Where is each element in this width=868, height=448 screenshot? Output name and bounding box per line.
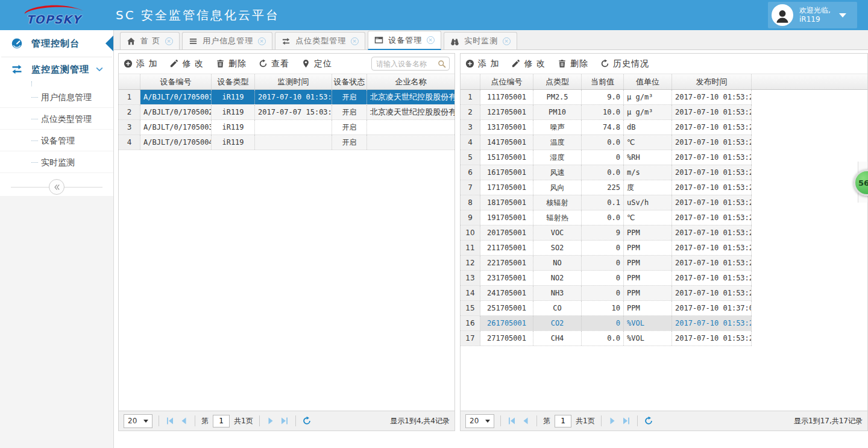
sidebar-item-realtime-monitoring[interactable]: 实时监测: [0, 151, 113, 173]
device-panel: 添 加修 改删除查看定位 设备编号设备类型监测时间设备状态企业名称1A/BJLT…: [118, 53, 455, 431]
device-delete-button[interactable]: 删除: [216, 58, 247, 69]
column-header[interactable]: 当前值: [582, 74, 624, 89]
table-row[interactable]: 10201705001VOC9PPM2017-07-10 01:53:22: [461, 226, 752, 241]
sidebar-item-admin-console[interactable]: 管理控制台: [0, 30, 113, 57]
sidebar-item-device-management[interactable]: 设备管理: [0, 130, 113, 151]
close-tab-icon[interactable]: ×: [258, 37, 266, 45]
column-header[interactable]: 设备编号: [140, 74, 212, 89]
table-cell: 0: [582, 256, 624, 270]
column-header[interactable]: 值单位: [624, 74, 672, 89]
tab-device[interactable]: 设备管理×: [368, 31, 441, 50]
table-cell: CH4: [533, 331, 582, 345]
delete-icon: [558, 59, 567, 68]
realtime-page-input[interactable]: [555, 415, 571, 427]
column-header[interactable]: 发布时间: [672, 74, 752, 89]
user-menu[interactable]: 欢迎光临, iR119: [768, 2, 857, 28]
table-row[interactable]: 12221705001NO0PPM2017-07-10 01:53:21: [461, 256, 752, 271]
table-row[interactable]: 5151705001湿度0%RH2017-07-10 01:53:22: [461, 150, 752, 165]
device-next-page-button[interactable]: [266, 416, 275, 426]
close-tab-icon[interactable]: ×: [427, 36, 435, 44]
realtime-add-button[interactable]: 添 加: [465, 58, 499, 69]
device-first-page-button[interactable]: [165, 416, 175, 426]
table-cell: 2017-07-10 01:53:22: [672, 120, 752, 134]
column-header[interactable]: 设备类型: [212, 74, 255, 89]
sidebar: 管理控制台 监控监测管理 用户信息管理点位类型管理设备管理实时监测: [0, 30, 114, 448]
column-header[interactable]: 设备状态: [332, 74, 367, 89]
realtime-next-page-button[interactable]: [608, 416, 617, 426]
device-prev-page-button[interactable]: [179, 416, 189, 426]
device-locate-button[interactable]: 定位: [301, 58, 332, 69]
column-header[interactable]: 点位编号: [480, 74, 533, 89]
table-row[interactable]: 2121705001PM1010.0μ g/m³2017-07-10 01:53…: [461, 105, 752, 120]
table-row[interactable]: 4141705001温度0.0℃2017-07-10 01:53:22: [461, 135, 752, 150]
device-view-button[interactable]: 查看: [259, 58, 289, 69]
table-cell: 开启: [332, 90, 367, 104]
table-row[interactable]: 16261705001CO20%VOL2017-07-10 01:53:22: [461, 316, 752, 331]
table-row[interactable]: 14241705001NH30PPM2017-07-10 01:53:21: [461, 286, 752, 301]
table-row[interactable]: 4A/BJLT/0/1705004iR119开启: [119, 135, 454, 150]
table-cell: 0.0: [582, 210, 624, 225]
device-refresh-button[interactable]: [302, 416, 312, 426]
device-page-input[interactable]: [213, 415, 230, 427]
search-icon[interactable]: [438, 60, 446, 68]
device-edit-button[interactable]: 修 改: [169, 58, 203, 69]
sidebar-item-user-info-management[interactable]: 用户信息管理: [0, 86, 113, 108]
table-row[interactable]: 1A/BJLT/0/1705001iR1192017-07-10 01:53:2…: [119, 90, 454, 105]
realtime-first-page-button[interactable]: [507, 416, 517, 426]
table-row[interactable]: 3131705001噪声74.8dB2017-07-10 01:53:22: [461, 120, 752, 135]
table-header-row: 设备编号设备类型监测时间设备状态企业名称: [119, 74, 454, 90]
close-tab-icon[interactable]: ×: [165, 37, 173, 45]
table-cell: 261705001: [480, 316, 533, 330]
table-row[interactable]: 17271705001CH40.0%VOL2017-07-10 01:53:21: [461, 331, 752, 346]
sidebar-item-point-type-management[interactable]: 点位类型管理: [0, 108, 113, 130]
device-add-button[interactable]: 添 加: [124, 58, 157, 69]
close-tab-icon[interactable]: ×: [503, 37, 511, 45]
table-row[interactable]: 2A/BJLT/0/1705002iR1192017-07-07 15:03:0…: [119, 105, 454, 120]
column-header[interactable]: 企业名称: [367, 74, 454, 89]
column-header[interactable]: 点类型: [533, 74, 582, 89]
table-cell: μ g/m³: [624, 90, 672, 104]
realtime-edit-button[interactable]: 修 改: [511, 58, 545, 69]
device-last-page-button[interactable]: [280, 416, 289, 426]
page-size-value: 20: [128, 417, 137, 425]
row-number-header: [119, 74, 140, 89]
divider: [195, 415, 195, 426]
table-cell: 2017-07-10 01:53:21: [672, 286, 752, 300]
column-header[interactable]: 监测时间: [255, 74, 332, 89]
realtime-refresh-button[interactable]: [644, 416, 653, 426]
close-tab-icon[interactable]: ×: [351, 37, 359, 45]
realtime-page-size-select[interactable]: 20: [465, 414, 494, 428]
table-cell: 0.1: [582, 195, 624, 210]
panels: 添 加修 改删除查看定位 设备编号设备类型监测时间设备状态企业名称1A/BJLT…: [114, 50, 868, 431]
device-search-input[interactable]: [376, 60, 438, 68]
tab-home[interactable]: 首 页×: [120, 32, 180, 49]
tab-user-info[interactable]: 用户信息管理×: [182, 32, 272, 49]
tab-realtime[interactable]: 实时监测×: [444, 32, 517, 49]
table-row[interactable]: 7171705001风向225度2017-07-10 01:53:21: [461, 180, 752, 195]
realtime-last-page-button[interactable]: [621, 416, 631, 426]
table-row[interactable]: 11211705001SO20PPM2017-07-10 01:53:22: [461, 241, 752, 256]
realtime-delete-button[interactable]: 删除: [558, 58, 588, 69]
realtime-history-button[interactable]: 历史情况: [600, 58, 649, 69]
table-cell: 131705001: [480, 120, 533, 134]
table-row[interactable]: 3A/BJLT/0/1705003iR119开启: [119, 120, 454, 135]
tab-point-type[interactable]: 点位类型管理×: [275, 32, 365, 49]
table-row[interactable]: 8181705001核辐射0.1uSv/h2017-07-10 01:53:21: [461, 195, 752, 210]
table-row[interactable]: 1111705001PM2.59.0μ g/m³2017-07-10 01:53…: [461, 90, 752, 105]
realtime-table: 点位编号点类型当前值值单位发布时间1111705001PM2.59.0μ g/m…: [461, 74, 867, 411]
collapse-sidebar-button[interactable]: [49, 179, 64, 195]
table-row[interactable]: 6161705001风速0.0m/s2017-07-10 01:53:21: [461, 165, 752, 180]
caret-down-icon: [485, 420, 490, 423]
table-row[interactable]: 13231705001NO20PPM2017-07-10 01:53:22: [461, 271, 752, 286]
table-row[interactable]: 15251705001CO10PPM2017-07-10 01:37:01: [461, 301, 752, 316]
device-table: 设备编号设备类型监测时间设备状态企业名称1A/BJLT/0/1705001iR1…: [119, 74, 454, 411]
table-row[interactable]: 9191705001辐射热0.0℃2017-07-10 01:53:21: [461, 210, 752, 226]
total-pages-label: 共1页: [234, 416, 253, 426]
tab-label: 用户信息管理: [203, 36, 253, 46]
gauge-icon: [11, 37, 23, 49]
sidebar-item-monitoring-management[interactable]: 监控监测管理: [0, 57, 113, 81]
table-cell: μ g/m³: [624, 105, 672, 119]
device-page-size-select[interactable]: 20: [124, 414, 153, 428]
sidebar-fill: [0, 196, 113, 448]
realtime-prev-page-button[interactable]: [521, 416, 530, 426]
